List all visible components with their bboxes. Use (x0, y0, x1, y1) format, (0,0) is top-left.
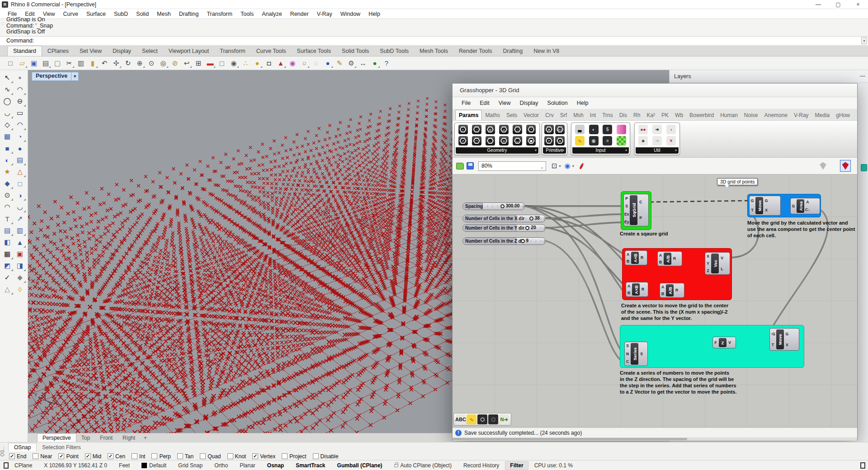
gh-preview-eye-icon[interactable]: ◉ (565, 162, 571, 170)
menu-render[interactable]: Render (286, 11, 313, 17)
palette-icon[interactable]: ➜ (652, 125, 662, 134)
gh-component-multB[interactable]: ABA×BR (626, 282, 648, 297)
lock-icon[interactable]: ◘ (263, 58, 275, 69)
gh-tab-ghow[interactable]: gHow (833, 110, 853, 120)
param-in-G[interactable]: G (791, 204, 796, 208)
explode-icon[interactable]: △ (14, 166, 26, 178)
slider-track[interactable]: 9 (516, 238, 545, 244)
param-out-X[interactable]: X (764, 208, 769, 212)
globe-icon[interactable]: ● (369, 58, 381, 69)
toolbar-tab-curve-tools[interactable]: Curve Tools (251, 46, 292, 56)
palette-icon[interactable]: □ (513, 125, 522, 134)
annotate-icon[interactable]: ✎ (334, 58, 345, 69)
osnap-check-vertex[interactable]: ✓Vertex (252, 453, 275, 460)
param-in-Z[interactable]: Z (706, 269, 710, 273)
gh-tab-noise[interactable]: Noise (741, 110, 761, 120)
palette-icon[interactable]: ●● (638, 125, 648, 134)
palette-group-label[interactable]: Geometry▾ (456, 147, 538, 154)
gh-gem-red-selected[interactable] (840, 160, 851, 172)
param-out-V[interactable]: V (720, 256, 724, 260)
gh-tab-anemone[interactable]: Anemone (761, 110, 791, 120)
copy-icon[interactable]: ▥ (75, 58, 87, 69)
menu-drafting[interactable]: Drafting (175, 11, 203, 17)
match-icon[interactable]: ◑ (14, 189, 26, 201)
osnap-check-point[interactable]: ✓Point (58, 453, 78, 460)
param-out-R[interactable]: R (641, 287, 645, 291)
menu-vray[interactable]: V-Ray (313, 11, 336, 17)
gh-tab-crv[interactable]: Crv (542, 110, 557, 120)
param-out-L[interactable]: L (720, 267, 724, 271)
slider-track[interactable]: 20 (516, 225, 545, 231)
checkbox[interactable]: ✓ (108, 453, 113, 459)
grid-array-icon[interactable]: ▦ (1, 248, 14, 260)
gh-horizontal-scrollbar[interactable] (453, 437, 857, 441)
status-pane-default[interactable]: Default (136, 462, 172, 469)
gh-component-divB[interactable]: ABA/BR (660, 283, 684, 298)
toolbar-tab-new-in-v8[interactable]: New in V8 (528, 46, 565, 56)
param-in-S[interactable]: S (625, 344, 630, 348)
toolbar-tab-set-view[interactable]: Set View (74, 46, 107, 56)
point-icon[interactable]: ∘ (14, 72, 26, 84)
osnap-check-quad[interactable]: Quad (200, 453, 221, 460)
gh-component-divA[interactable]: ABA/BR (657, 251, 682, 266)
gh-zoom-extents-caret[interactable]: ▾ (559, 164, 561, 168)
gh-tab-msh[interactable]: Msh (570, 110, 587, 120)
checkbox[interactable] (132, 453, 137, 459)
param-in-B[interactable]: B (627, 291, 631, 295)
status-right-icon[interactable] (860, 462, 865, 469)
param-in-Ex[interactable]: Ex (624, 212, 629, 216)
rectangle-icon[interactable]: ▭ (14, 107, 26, 119)
gh-gem-wire-icon[interactable] (831, 162, 838, 170)
menu-help[interactable]: Help (364, 11, 384, 17)
gh-tab-pk[interactable]: PK (658, 110, 672, 120)
cluster-icon[interactable]: ⬡ (477, 414, 487, 424)
box-icon[interactable]: ■ (1, 142, 14, 154)
palette-icon[interactable] (617, 136, 626, 146)
slider-track[interactable]: 38 (516, 215, 545, 222)
toolbar-tab-render-tools[interactable]: Render Tools (453, 46, 497, 56)
menu-transform[interactable]: Transform (203, 11, 236, 17)
slider-knob[interactable] (500, 204, 505, 208)
param-in-P[interactable]: P (624, 197, 629, 201)
param-in-Ey[interactable]: Ey (624, 220, 629, 224)
layers-panel-header[interactable]: Layers (670, 70, 868, 83)
param-in-N[interactable]: N (625, 352, 630, 356)
status-pane-osnap[interactable]: Osnap (261, 462, 290, 469)
gh-tab-sets[interactable]: Sets (503, 110, 520, 120)
viewport-tab-top[interactable]: Top (76, 434, 95, 442)
gh-component-move2[interactable]: ↑GTMoveGX (769, 328, 799, 351)
scale-icon[interactable]: ↗ (14, 213, 26, 225)
palette-icon[interactable]: @ (486, 125, 495, 134)
surface-icon[interactable]: ▦ (1, 131, 14, 142)
checkbox[interactable] (313, 453, 319, 459)
gh-slider-1[interactable]: Number of Cells in the X dir38 (462, 215, 546, 222)
circle-icon[interactable]: ◯ (1, 95, 14, 107)
motion-icon[interactable]: ◨ (14, 260, 26, 272)
gh-tab-media[interactable]: Media (812, 110, 833, 120)
palette-icon[interactable]: ➜ (652, 136, 662, 146)
gh-zoom-select[interactable]: 80%⌄ (478, 161, 546, 171)
jump-icon[interactable]: N➜ (499, 414, 509, 424)
gh-tab-human[interactable]: Human (717, 110, 741, 120)
param-out-C[interactable]: C↓ (805, 208, 810, 212)
viewport-title[interactable]: Perspective (32, 72, 71, 81)
status-pane-smarttrack[interactable]: SmartTrack (290, 462, 331, 469)
palette-icon[interactable] (617, 125, 626, 134)
slider-output-nub[interactable] (544, 217, 546, 221)
viewport-layout-icon[interactable]: ⊞ (193, 58, 204, 69)
menu-analyze[interactable]: Analyze (258, 11, 286, 17)
loft-icon[interactable]: ▲ (14, 236, 26, 248)
checkbox[interactable] (151, 453, 157, 459)
circle-center-icon[interactable]: ◉ (228, 58, 240, 69)
status-pane-cpu-use-0-1[interactable]: CPU use: 0.1 % (528, 462, 579, 469)
toolbar-tab-transform[interactable]: Transform (214, 46, 251, 56)
pan-icon[interactable]: ✣ (110, 58, 122, 69)
dimension-icon[interactable]: ↔ (357, 58, 369, 69)
zoom-selected-icon[interactable]: ⊘ (169, 58, 181, 69)
trim-icon[interactable]: ◆ (1, 178, 14, 189)
status-left-icon[interactable] (4, 462, 9, 469)
graph-icon[interactable]: ∿ (467, 414, 476, 424)
slider-output-nub[interactable] (523, 205, 525, 208)
palette-icon[interactable]: ∿ (575, 136, 585, 146)
gh-paint-brush-icon[interactable] (579, 162, 584, 169)
